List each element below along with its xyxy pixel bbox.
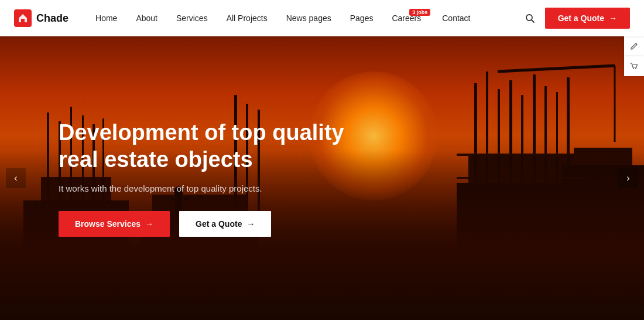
svg-point-41 — [635, 68, 636, 69]
nav-careers[interactable]: Careers 3 jobs — [383, 9, 431, 28]
hero-title: Development of top quality real estate o… — [59, 120, 381, 173]
nav-services[interactable]: Services — [168, 9, 216, 28]
navbar: Chade Home About Services All Projects N… — [0, 0, 644, 36]
pencil-icon — [630, 42, 638, 50]
nav-home[interactable]: Home — [87, 9, 125, 28]
brand-name: Chade — [36, 12, 68, 25]
nav-pages[interactable]: Pages — [342, 9, 382, 28]
svg-point-40 — [633, 68, 634, 69]
hero-get-quote-button[interactable]: Get a Quote → — [179, 211, 271, 237]
nav-links: Home About Services All Projects News pa… — [87, 9, 522, 28]
carousel-prev-button[interactable]: ‹ — [6, 168, 26, 188]
search-icon — [525, 13, 535, 23]
edit-tool-button[interactable] — [624, 36, 644, 56]
hero-subtitle: It works with the development of top qua… — [59, 183, 381, 193]
hero-section: Development of top quality real estate o… — [0, 36, 644, 320]
search-button[interactable] — [522, 10, 538, 26]
nav-news-pages[interactable]: News pages — [278, 9, 340, 28]
svg-line-2 — [532, 20, 534, 22]
side-tools — [624, 36, 644, 76]
logo-icon — [14, 9, 32, 27]
carousel-next-button[interactable]: › — [618, 168, 638, 188]
cart-icon — [630, 62, 638, 70]
browse-services-button[interactable]: Browse Services → — [59, 211, 170, 237]
logo[interactable]: Chade — [14, 9, 68, 27]
cart-tool-button[interactable] — [624, 56, 644, 76]
nav-about[interactable]: About — [128, 9, 166, 28]
hero-buttons: Browse Services → Get a Quote → — [59, 211, 381, 237]
svg-line-38 — [498, 66, 615, 72]
nav-right: Get a Quote → — [522, 8, 630, 29]
careers-badge: 3 jobs — [409, 9, 430, 16]
nav-all-projects[interactable]: All Projects — [218, 9, 276, 28]
nav-contact[interactable]: Contact — [434, 9, 478, 28]
nav-get-quote-button[interactable]: Get a Quote → — [545, 8, 630, 29]
hero-content: Development of top quality real estate o… — [59, 120, 381, 237]
